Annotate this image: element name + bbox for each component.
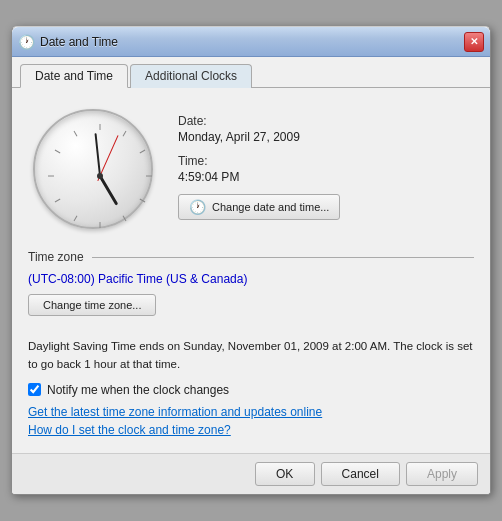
window-title: Date and Time bbox=[40, 35, 118, 49]
link-set-clock[interactable]: How do I set the clock and time zone? bbox=[28, 423, 231, 437]
close-button[interactable]: ✕ bbox=[464, 32, 484, 52]
change-datetime-button[interactable]: 🕐 Change date and time... bbox=[178, 194, 340, 220]
time-label: Time: bbox=[178, 154, 474, 168]
notify-label[interactable]: Notify me when the clock changes bbox=[47, 383, 229, 397]
content-area: Date: Monday, April 27, 2009 Time: 4:59:… bbox=[12, 88, 490, 453]
time-value: 4:59:04 PM bbox=[178, 170, 474, 184]
link-timezone-info[interactable]: Get the latest time zone information and… bbox=[28, 405, 322, 419]
svg-line-1 bbox=[123, 131, 126, 136]
notify-checkbox[interactable] bbox=[28, 383, 41, 396]
timezone-section-label: Time zone bbox=[28, 250, 474, 264]
apply-button[interactable]: Apply bbox=[406, 462, 478, 486]
link-row-2: How do I set the clock and time zone? bbox=[28, 423, 474, 437]
svg-point-15 bbox=[97, 173, 103, 179]
svg-line-8 bbox=[55, 199, 60, 202]
tab-date-and-time[interactable]: Date and Time bbox=[20, 64, 128, 88]
clock-face bbox=[33, 109, 153, 229]
date-label: Date: bbox=[178, 114, 474, 128]
title-bar: 🕐 Date and Time ✕ bbox=[12, 27, 490, 57]
svg-line-13 bbox=[96, 134, 100, 176]
svg-line-5 bbox=[123, 216, 126, 221]
svg-line-2 bbox=[140, 150, 145, 153]
tab-additional-clocks[interactable]: Additional Clocks bbox=[130, 64, 252, 88]
calendar-icon: 🕐 bbox=[189, 199, 206, 215]
change-timezone-button[interactable]: Change time zone... bbox=[28, 294, 156, 316]
svg-line-12 bbox=[100, 176, 116, 204]
window-icon: 🕐 bbox=[18, 34, 34, 50]
top-section: Date: Monday, April 27, 2009 Time: 4:59:… bbox=[28, 104, 474, 234]
date-value: Monday, April 27, 2009 bbox=[178, 130, 474, 144]
clock-svg bbox=[40, 116, 160, 236]
svg-line-7 bbox=[74, 216, 77, 221]
ok-button[interactable]: OK bbox=[255, 462, 315, 486]
svg-line-10 bbox=[55, 150, 60, 153]
dst-message: Daylight Saving Time ends on Sunday, Nov… bbox=[28, 338, 474, 373]
timezone-value: (UTC-08:00) Pacific Time (US & Canada) bbox=[28, 272, 474, 286]
datetime-info: Date: Monday, April 27, 2009 Time: 4:59:… bbox=[178, 104, 474, 220]
cancel-button[interactable]: Cancel bbox=[321, 462, 400, 486]
bottom-bar: OK Cancel Apply bbox=[12, 453, 490, 494]
main-window: 🕐 Date and Time ✕ Date and Time Addition… bbox=[11, 26, 491, 495]
tab-bar: Date and Time Additional Clocks bbox=[12, 57, 490, 88]
notify-checkbox-row: Notify me when the clock changes bbox=[28, 383, 474, 397]
link-row-1: Get the latest time zone information and… bbox=[28, 405, 474, 419]
title-left: 🕐 Date and Time bbox=[18, 34, 118, 50]
analog-clock bbox=[28, 104, 158, 234]
svg-line-4 bbox=[140, 199, 145, 202]
svg-line-11 bbox=[74, 131, 77, 136]
timezone-section: Time zone (UTC-08:00) Pacific Time (US &… bbox=[28, 250, 474, 328]
